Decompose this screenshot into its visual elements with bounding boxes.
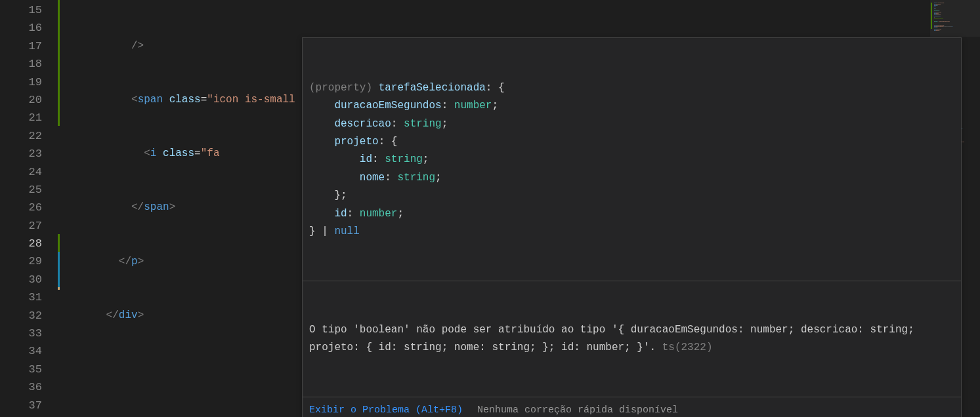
- line-number[interactable]: 25: [0, 181, 42, 199]
- line-number[interactable]: 27: [0, 217, 42, 235]
- line-number[interactable]: 37: [0, 397, 42, 414]
- line-number[interactable]: 30: [0, 271, 42, 288]
- line-number[interactable]: 34: [0, 342, 42, 360]
- line-number[interactable]: 18: [0, 55, 42, 73]
- line-number-gutter: 15 16 17 18 19 20 21 22 23 24 25 26 27 2…: [0, 0, 59, 417]
- hover-actions-row: Exibir o Problema (Alt+F8) Nenhuma corre…: [303, 397, 961, 417]
- view-problem-link[interactable]: Exibir o Problema (Alt+F8): [309, 401, 463, 417]
- code-editor[interactable]: /> <span class="icon is-small is-left"> …: [59, 0, 930, 417]
- editor-hover-widget[interactable]: (property) tarefaSelecionada: { duracaoE…: [302, 37, 962, 417]
- line-number[interactable]: 33: [0, 325, 42, 342]
- line-number[interactable]: 23: [0, 145, 42, 163]
- no-quick-fix-label: Nenhuma correção rápida disponível: [477, 401, 678, 417]
- line-number-active[interactable]: 28: [0, 235, 42, 252]
- hover-error-message: O tipo 'boolean' não pode ser atribuído …: [303, 317, 961, 361]
- hover-type-info: (property) tarefaSelecionada: { duracaoE…: [303, 74, 961, 245]
- line-number[interactable]: 32: [0, 307, 42, 325]
- line-number[interactable]: 21: [0, 109, 42, 127]
- line-number[interactable]: 19: [0, 73, 42, 91]
- line-number[interactable]: 26: [0, 199, 42, 216]
- line-number[interactable]: 15: [0, 1, 42, 19]
- line-number[interactable]: 20: [0, 91, 42, 109]
- line-number[interactable]: 17: [0, 37, 42, 55]
- editor-root: 15 16 17 18 19 20 21 22 23 24 25 26 27 2…: [0, 0, 980, 417]
- minimap-diff-marker: [931, 3, 932, 29]
- line-number[interactable]: 31: [0, 288, 42, 306]
- line-number[interactable]: 29: [0, 252, 42, 270]
- line-number[interactable]: 24: [0, 163, 42, 181]
- line-number[interactable]: 16: [0, 19, 42, 37]
- line-number[interactable]: 22: [0, 127, 42, 145]
- line-number[interactable]: 35: [0, 361, 42, 378]
- line-number[interactable]: 36: [0, 378, 42, 396]
